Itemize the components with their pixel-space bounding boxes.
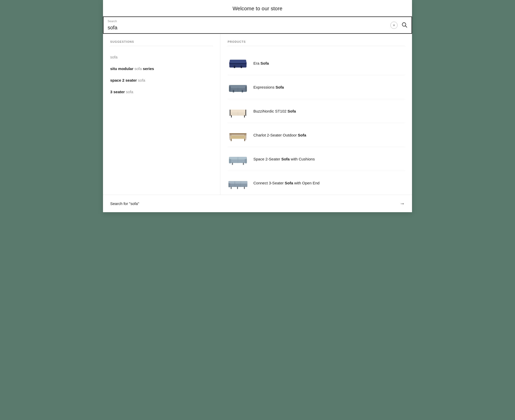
svg-rect-29 <box>231 136 245 139</box>
svg-rect-13 <box>233 90 234 92</box>
svg-rect-32 <box>231 139 231 141</box>
product-charlot-sofa[interactable]: Charlot 2-Seater Outdoor Sofa <box>228 123 405 147</box>
search-icon <box>401 22 407 29</box>
suggestion-rest: sofa <box>134 66 142 71</box>
svg-rect-48 <box>229 181 234 183</box>
svg-rect-19 <box>244 115 245 117</box>
svg-rect-21 <box>245 110 246 116</box>
close-icon: × <box>393 23 395 27</box>
suggestion-rest: sofa <box>126 90 133 94</box>
search-actions: × <box>390 22 407 29</box>
suggestion-keyword: space 2 seater <box>110 78 138 82</box>
svg-rect-42 <box>243 163 244 165</box>
suggestions-column: SUGGESTIONS sofa situ modular sofa serie… <box>103 34 220 195</box>
svg-rect-11 <box>229 86 231 91</box>
svg-rect-45 <box>228 183 230 187</box>
svg-rect-49 <box>235 181 241 183</box>
product-image-buzzinordic <box>228 103 248 119</box>
search-dropdown: SUGGESTIONS sofa situ modular sofa serie… <box>103 34 412 195</box>
search-footer[interactable]: Search for "sofa" → <box>103 195 412 212</box>
suggestion-keyword: 3 seater <box>110 90 126 94</box>
svg-rect-8 <box>230 60 246 63</box>
product-name-buzzinordic: BuzziNordic ST102 Sofa <box>253 109 296 113</box>
svg-rect-28 <box>229 133 247 134</box>
products-column: PRODUCTS <box>220 34 412 195</box>
svg-rect-12 <box>245 86 247 91</box>
svg-rect-14 <box>242 90 243 92</box>
search-button[interactable] <box>401 22 407 29</box>
product-expressions-sofa[interactable]: Expressions Sofa <box>228 75 405 99</box>
suggestion-space[interactable]: space 2 seater sofa <box>110 74 213 86</box>
suggestion-sofa[interactable]: sofa <box>110 51 213 63</box>
svg-line-1 <box>406 26 407 28</box>
suggestions-header: SUGGESTIONS <box>110 40 213 46</box>
product-space-sofa[interactable]: Space 2-Seater Sofa with Cushions <box>228 147 405 171</box>
svg-rect-52 <box>237 187 238 189</box>
product-image-era <box>228 55 248 71</box>
svg-rect-37 <box>245 159 247 164</box>
svg-rect-20 <box>230 110 230 116</box>
search-input[interactable] <box>108 20 407 31</box>
search-footer-text: Search for "sofa" <box>110 201 139 206</box>
products-header: PRODUCTS <box>228 40 405 46</box>
search-container: Search × <box>103 16 412 34</box>
svg-rect-39 <box>230 157 237 159</box>
product-era-sofa[interactable]: Era Sofa <box>228 51 405 75</box>
suggestion-suffix: series <box>142 66 154 71</box>
suggestion-text: sofa <box>110 55 117 59</box>
suggestion-rest: sofa <box>138 78 145 82</box>
product-name-era: Era Sofa <box>253 61 269 65</box>
product-name-expressions: Expressions Sofa <box>253 85 284 89</box>
svg-rect-41 <box>232 163 233 165</box>
product-image-charlot <box>228 127 248 143</box>
svg-rect-53 <box>244 187 245 189</box>
product-image-space <box>228 151 248 167</box>
product-name-charlot: Charlot 2-Seater Outdoor Sofa <box>253 133 306 137</box>
product-image-expressions <box>228 79 248 95</box>
store-title: Welcome to our store <box>233 6 282 11</box>
svg-rect-51 <box>231 187 231 189</box>
product-connect-sofa[interactable]: Connect 3-Seater Sofa with Open End <box>228 171 405 195</box>
clear-button[interactable]: × <box>390 22 398 29</box>
svg-rect-36 <box>229 159 231 164</box>
svg-rect-33 <box>244 139 245 141</box>
svg-rect-6 <box>234 66 235 68</box>
suggestion-3seater[interactable]: 3 seater sofa <box>110 86 213 98</box>
svg-rect-7 <box>241 66 242 68</box>
product-name-space: Space 2-Seater Sofa with Cushions <box>253 157 315 161</box>
suggestion-keyword: situ modular <box>110 66 134 71</box>
product-image-connect <box>228 175 248 191</box>
arrow-right-icon: → <box>400 201 405 207</box>
product-name-connect: Connect 3-Seater Sofa with Open End <box>253 181 320 185</box>
svg-rect-50 <box>241 181 247 183</box>
svg-rect-40 <box>239 157 246 159</box>
svg-rect-18 <box>231 115 232 117</box>
product-buzzinordic-sofa[interactable]: BuzziNordic ST102 Sofa <box>228 99 405 123</box>
suggestion-situ[interactable]: situ modular sofa series <box>110 63 213 74</box>
store-header: Welcome to our store <box>103 0 412 16</box>
